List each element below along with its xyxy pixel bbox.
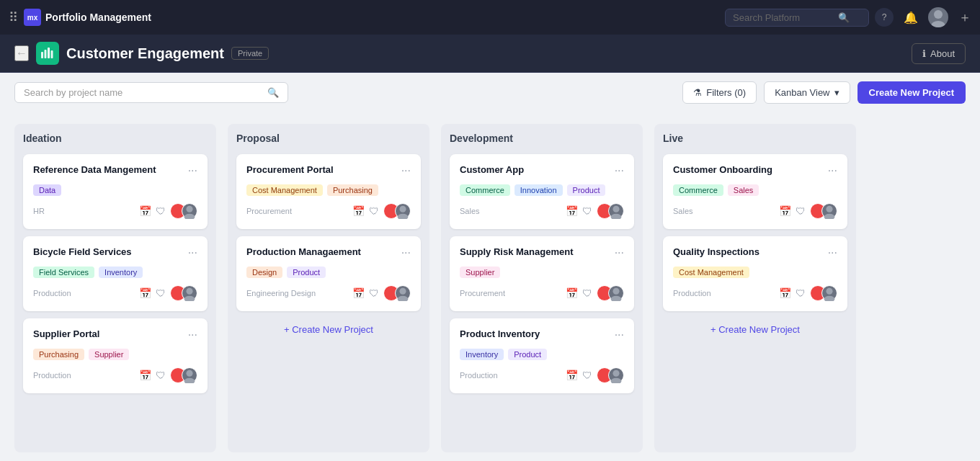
- svg-point-22: [826, 206, 832, 212]
- card-tags: Cost ManagementPurchasing: [246, 184, 411, 196]
- filter-button[interactable]: ⚗ Filters (0): [682, 81, 757, 104]
- card-department: Production: [673, 289, 711, 297]
- card: Production Managaement···DesignProductEn…: [236, 236, 421, 311]
- card-menu-icon[interactable]: ···: [615, 328, 624, 341]
- card-title: Quality Inspections: [673, 246, 760, 257]
- calendar-icon[interactable]: 📅: [139, 287, 151, 299]
- shield-icon[interactable]: 🛡: [796, 205, 806, 217]
- avatar: [395, 203, 411, 219]
- card-menu-icon[interactable]: ···: [828, 246, 837, 259]
- card-menu-icon[interactable]: ···: [828, 164, 837, 177]
- card-footer: Sales 📅 🛡: [673, 203, 837, 219]
- card-title: Bicycle Field Services: [33, 246, 132, 257]
- create-new-project-link[interactable]: + Create New Project: [663, 318, 847, 341]
- back-button[interactable]: ←: [14, 45, 29, 61]
- card-header: Procurement Portal···: [246, 164, 411, 177]
- card-actions: 📅 🛡: [566, 203, 624, 219]
- calendar-icon[interactable]: 📅: [566, 287, 578, 299]
- card-actions: 📅 🛡: [779, 203, 837, 219]
- shield-icon[interactable]: 🛡: [156, 287, 166, 299]
- card-menu-icon[interactable]: ···: [615, 246, 624, 259]
- card-actions: 📅 🛡: [779, 285, 837, 301]
- card-department: Sales: [460, 207, 480, 215]
- card: Quality Inspections···Cost ManagementPro…: [663, 236, 847, 311]
- platform-search-input[interactable]: [733, 12, 834, 23]
- card-header: Customer App···: [460, 164, 624, 177]
- column-header-live: Live: [663, 133, 847, 144]
- card-menu-icon[interactable]: ···: [188, 164, 197, 177]
- card: Reference Data Mangement···DataHR 📅 🛡: [23, 154, 208, 229]
- card-actions: 📅 🛡: [139, 285, 197, 301]
- card-tag: Cost Management: [246, 184, 323, 196]
- project-search[interactable]: 🔍: [14, 82, 288, 103]
- svg-point-9: [184, 296, 195, 301]
- calendar-icon[interactable]: 📅: [352, 287, 365, 299]
- grid-icon[interactable]: ⠿: [9, 9, 18, 25]
- card-tag: Design: [246, 267, 282, 278]
- card-tags: CommerceInnovationProduct: [460, 184, 624, 196]
- avatar: [182, 203, 197, 219]
- card-menu-icon[interactable]: ···: [615, 164, 624, 177]
- card-actions: 📅 🛡: [566, 285, 624, 301]
- calendar-icon[interactable]: 📅: [566, 370, 578, 381]
- page-header: ← Customer Engagement Private ℹ About: [0, 35, 980, 73]
- toolbar: 🔍 ⚗ Filters (0) Kanban View ▾ Create New…: [0, 73, 980, 112]
- shield-icon[interactable]: 🛡: [156, 370, 166, 381]
- shield-icon[interactable]: 🛡: [796, 287, 806, 299]
- page-title: Customer Engagement: [66, 45, 224, 62]
- add-button[interactable]: ＋: [958, 9, 971, 26]
- card-header: Quality Inspections···: [673, 246, 837, 259]
- column-header-ideation: Ideation: [23, 133, 208, 144]
- svg-point-7: [184, 214, 195, 219]
- calendar-icon[interactable]: 📅: [139, 205, 151, 217]
- shield-icon[interactable]: 🛡: [582, 205, 592, 217]
- card-footer: Sales 📅 🛡: [460, 203, 624, 219]
- card-menu-icon[interactable]: ···: [188, 328, 197, 341]
- card-tag: Sales: [728, 184, 760, 196]
- shield-icon[interactable]: 🛡: [582, 370, 592, 381]
- about-button[interactable]: ℹ About: [912, 43, 966, 64]
- calendar-icon[interactable]: 📅: [779, 287, 791, 299]
- card-actions: 📅 🛡: [352, 203, 411, 219]
- avatar: [608, 367, 624, 383]
- card: Supplier Portal···PurchasingSupplierProd…: [23, 318, 208, 393]
- help-icon[interactable]: ?: [875, 8, 894, 27]
- create-new-project-link[interactable]: + Create New Project: [236, 318, 421, 341]
- shield-icon[interactable]: 🛡: [369, 287, 379, 299]
- card: Customer Onboarding···CommerceSalesSales…: [663, 154, 847, 229]
- calendar-icon[interactable]: 📅: [566, 205, 578, 217]
- platform-search[interactable]: 🔍: [725, 9, 869, 27]
- project-search-input[interactable]: [24, 87, 262, 98]
- svg-rect-3: [45, 50, 47, 58]
- search-icon: 🔍: [838, 12, 850, 23]
- notification-icon[interactable]: 🔔: [904, 11, 918, 24]
- svg-point-23: [824, 214, 835, 219]
- card-title: Production Managaement: [246, 246, 361, 257]
- calendar-icon[interactable]: 📅: [779, 205, 791, 217]
- avatar: [821, 285, 837, 301]
- card: Product Inventory···InventoryProductProd…: [450, 318, 634, 393]
- card-header: Reference Data Mangement···: [33, 164, 197, 177]
- card-header: Bicycle Field Services···: [33, 246, 197, 259]
- calendar-icon[interactable]: 📅: [352, 205, 365, 217]
- card-department: Procurement: [246, 207, 292, 215]
- card-menu-icon[interactable]: ···: [401, 164, 411, 177]
- svg-point-20: [612, 370, 619, 377]
- card-department: Procurement: [460, 289, 505, 297]
- card-department: Production: [33, 289, 71, 297]
- create-project-button[interactable]: Create New Project: [858, 81, 966, 104]
- card-title: Procurement Portal: [246, 164, 334, 175]
- svg-point-16: [612, 206, 619, 212]
- shield-icon[interactable]: 🛡: [156, 205, 166, 217]
- card-department: Production: [460, 371, 498, 380]
- calendar-icon[interactable]: 📅: [139, 370, 151, 381]
- user-avatar[interactable]: [928, 7, 948, 27]
- card-footer: Procurement 📅 🛡: [460, 285, 624, 301]
- view-selector[interactable]: Kanban View ▾: [764, 81, 850, 104]
- nav-icons: ? 🔔 ＋: [875, 7, 971, 27]
- card-menu-icon[interactable]: ···: [401, 246, 411, 259]
- shield-icon[interactable]: 🛡: [369, 205, 379, 217]
- card-menu-icon[interactable]: ···: [188, 246, 197, 259]
- shield-icon[interactable]: 🛡: [582, 287, 592, 299]
- card-tags: Supplier: [460, 267, 624, 278]
